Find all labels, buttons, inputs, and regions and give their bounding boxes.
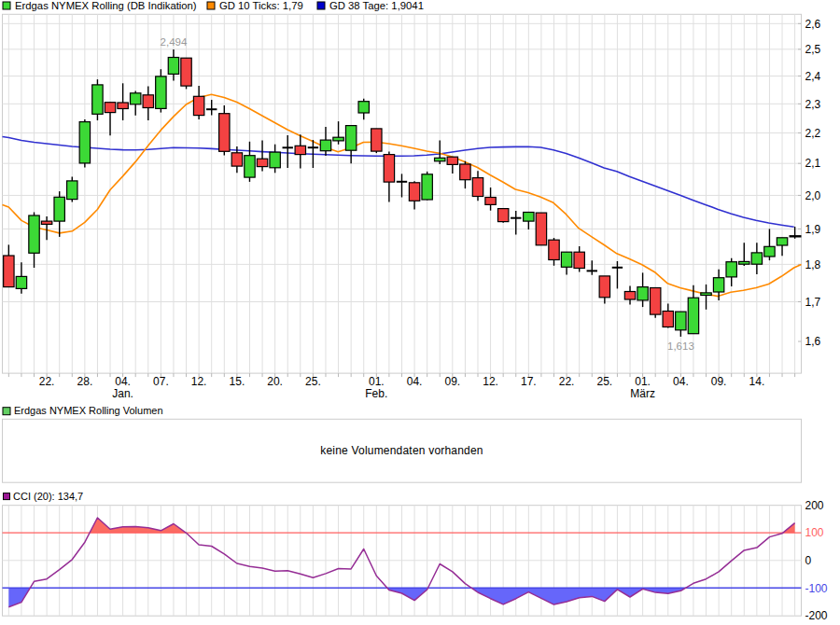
svg-text:1,6: 1,6 (805, 335, 821, 348)
svg-text:März: März (630, 387, 655, 400)
svg-text:25.: 25. (596, 375, 612, 388)
svg-text:07.: 07. (153, 375, 169, 388)
svg-text:CCI (20): 134,7: CCI (20): 134,7 (13, 491, 83, 502)
svg-text:09.: 09. (444, 375, 460, 388)
svg-text:14.: 14. (749, 375, 765, 388)
svg-text:1,7: 1,7 (805, 296, 821, 309)
svg-text:-200: -200 (805, 609, 828, 622)
svg-text:2,6: 2,6 (805, 18, 821, 31)
svg-text:15.: 15. (230, 375, 245, 388)
svg-text:2,1: 2,1 (805, 157, 821, 170)
svg-text:2,494: 2,494 (161, 36, 188, 48)
svg-text:2,3: 2,3 (805, 98, 821, 111)
svg-text:200: 200 (805, 499, 824, 512)
svg-text:GD 10 Ticks: 1,79: GD 10 Ticks: 1,79 (219, 0, 303, 11)
svg-text:keine Volumendaten vorhanden: keine Volumendaten vorhanden (320, 444, 483, 457)
svg-text:1,8: 1,8 (805, 258, 821, 271)
svg-text:25.: 25. (305, 375, 321, 388)
svg-text:1,9: 1,9 (805, 223, 821, 236)
svg-text:12.: 12. (191, 375, 207, 388)
svg-text:Erdgas NYMEX Rolling Volumen: Erdgas NYMEX Rolling Volumen (14, 405, 163, 416)
svg-text:2,5: 2,5 (805, 43, 821, 56)
svg-text:-100: -100 (805, 582, 828, 595)
svg-text:2,0: 2,0 (805, 189, 821, 202)
svg-text:2,4: 2,4 (805, 70, 821, 83)
svg-text:GD 38 Tage: 1,9041: GD 38 Tage: 1,9041 (329, 0, 424, 11)
svg-text:04.: 04. (673, 375, 689, 388)
svg-text:09.: 09. (711, 375, 727, 388)
svg-text:12.: 12. (483, 375, 498, 388)
svg-text:1,613: 1,613 (667, 340, 694, 352)
svg-text:100: 100 (805, 526, 824, 539)
svg-text:Feb.: Feb. (365, 387, 387, 400)
svg-text:0: 0 (805, 554, 812, 567)
svg-text:Erdgas NYMEX Rolling (DB Indik: Erdgas NYMEX Rolling (DB Indikation) (15, 0, 197, 11)
svg-text:Jan.: Jan. (112, 387, 133, 400)
svg-text:22.: 22. (559, 375, 575, 388)
svg-text:28.: 28. (77, 375, 93, 388)
svg-text:17.: 17. (521, 375, 537, 388)
svg-text:22.: 22. (39, 375, 55, 388)
svg-text:20.: 20. (267, 375, 283, 388)
svg-text:2,2: 2,2 (805, 127, 821, 140)
svg-text:04.: 04. (407, 375, 423, 388)
